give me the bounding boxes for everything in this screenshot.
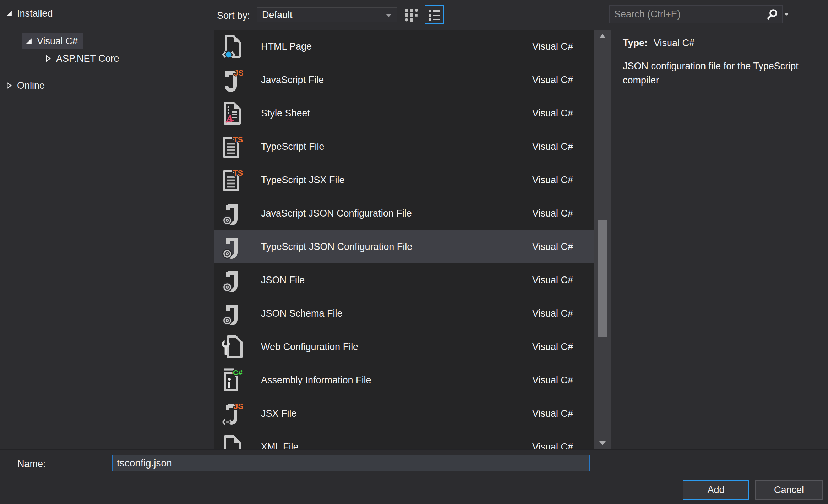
list-item[interactable]: C# Assembly Information File Visual C# <box>214 363 594 397</box>
template-name: Style Sheet <box>261 108 532 119</box>
sort-by-dropdown[interactable]: Default <box>257 7 397 22</box>
list-scrollbar[interactable] <box>594 30 611 449</box>
typescript-file-icon: TS <box>222 168 243 192</box>
tree-collapsed-icon[interactable] <box>5 82 13 89</box>
scrollbar-thumb[interactable] <box>598 220 607 337</box>
add-new-item-dialog: Installed Visual C# ASP.NET Core Online … <box>0 0 828 504</box>
template-description: JSON configuration file for the TypeScri… <box>623 59 828 87</box>
list-item[interactable]: JSON Schema File Visual C# <box>214 297 594 330</box>
style-sheet-icon: A <box>222 101 243 126</box>
list-view-icon <box>428 8 441 21</box>
list-item[interactable]: XML File Visual C# <box>214 430 594 449</box>
search-input[interactable] <box>610 9 766 20</box>
template-language: Visual C# <box>532 275 573 286</box>
json-config-icon <box>222 301 243 326</box>
javascript-file-icon: JS <box>222 67 243 92</box>
type-value: Visual C# <box>654 38 694 49</box>
tree-item-aspnet-core[interactable]: ASP.NET Core <box>44 50 119 67</box>
tree-item-online[interactable]: Online <box>5 77 45 94</box>
template-name: JSX File <box>261 408 532 419</box>
list-item[interactable]: TS TypeScript File Visual C# <box>214 130 594 163</box>
grid-view-icon[interactable] <box>404 8 420 23</box>
assembly-info-icon: C# <box>222 368 243 393</box>
template-language: Visual C# <box>532 75 573 86</box>
svg-text:JS: JS <box>234 69 243 77</box>
json-config-icon <box>222 268 243 292</box>
template-language: Visual C# <box>532 341 573 352</box>
sort-by-label: Sort by: <box>217 10 250 21</box>
list-item[interactable]: JSON File Visual C# <box>214 263 594 297</box>
json-config-icon <box>222 234 243 259</box>
template-language: Visual C# <box>532 141 573 152</box>
list-item[interactable]: JS JSX File Visual C# <box>214 397 594 430</box>
list-item[interactable]: TypeScript JSON Configuration File Visua… <box>214 230 594 263</box>
template-list: HTML Page Visual C# JS JavaScript File V… <box>214 30 594 449</box>
search-dropdown-caret-icon[interactable] <box>784 13 789 16</box>
template-name: TypeScript JSON Configuration File <box>261 241 532 252</box>
scroll-up-icon[interactable] <box>599 34 606 38</box>
template-language: Visual C# <box>532 41 573 52</box>
list-view-button[interactable] <box>425 5 444 24</box>
svg-text:TS: TS <box>233 169 243 177</box>
template-name: Web Configuration File <box>261 341 532 352</box>
list-item[interactable]: JS JavaScript File Visual C# <box>214 63 594 97</box>
html-page-icon <box>222 34 243 59</box>
svg-text:C#: C# <box>233 368 243 377</box>
sort-by-value: Default <box>262 10 293 21</box>
svg-text:TS: TS <box>233 135 243 144</box>
tree-item-label: Installed <box>17 8 53 19</box>
template-language: Visual C# <box>532 208 573 219</box>
template-name: JSON Schema File <box>261 308 532 319</box>
list-item[interactable]: HTML Page Visual C# <box>214 30 594 63</box>
typescript-file-icon: TS <box>222 134 243 159</box>
list-item[interactable]: JavaScript JSON Configuration File Visua… <box>214 197 594 230</box>
template-name: JSON File <box>261 275 532 286</box>
template-language: Visual C# <box>532 375 573 386</box>
name-label: Name: <box>17 459 46 470</box>
template-language: Visual C# <box>532 241 573 252</box>
type-label: Type: <box>623 38 648 49</box>
template-language: Visual C# <box>532 308 573 319</box>
dialog-footer: Name: Add Cancel <box>0 449 828 504</box>
template-name: TypeScript JSX File <box>261 175 532 186</box>
tree-item-label: ASP.NET Core <box>56 53 119 64</box>
template-name: TypeScript File <box>261 141 532 152</box>
template-language: Visual C# <box>532 108 573 119</box>
tree-expanded-icon[interactable] <box>25 37 33 45</box>
template-name: JavaScript JSON Configuration File <box>261 208 532 219</box>
tree-item-label: Online <box>17 80 45 91</box>
template-name: JavaScript File <box>261 75 532 86</box>
template-language: Visual C# <box>532 442 573 450</box>
search-icon[interactable] <box>766 9 778 21</box>
svg-text:JS: JS <box>234 402 243 411</box>
name-input[interactable] <box>112 455 590 471</box>
jsx-file-icon: JS <box>222 401 243 426</box>
template-language: Visual C# <box>532 175 573 186</box>
list-item[interactable]: TS TypeScript JSX File Visual C# <box>214 163 594 197</box>
template-language: Visual C# <box>532 408 573 419</box>
json-config-icon <box>222 201 243 226</box>
cancel-button[interactable]: Cancel <box>755 480 823 500</box>
tree-expanded-icon[interactable] <box>5 10 13 17</box>
xml-file-icon <box>222 434 243 449</box>
add-button[interactable]: Add <box>683 480 749 500</box>
list-item[interactable]: A Style Sheet Visual C# <box>214 97 594 130</box>
tree-item-visual-csharp[interactable]: Visual C# <box>22 33 83 49</box>
tree-item-label: Visual C# <box>37 36 78 47</box>
web-config-icon <box>222 334 243 359</box>
template-name: XML File <box>261 442 532 450</box>
list-item[interactable]: Web Configuration File Visual C# <box>214 330 594 363</box>
template-name: Assembly Information File <box>261 375 532 386</box>
scroll-down-icon[interactable] <box>599 441 606 445</box>
tree-item-installed[interactable]: Installed <box>5 5 53 22</box>
dropdown-caret-icon <box>386 14 392 17</box>
search-box[interactable] <box>609 5 783 23</box>
template-name: HTML Page <box>261 41 532 52</box>
tree-collapsed-icon[interactable] <box>44 55 52 62</box>
